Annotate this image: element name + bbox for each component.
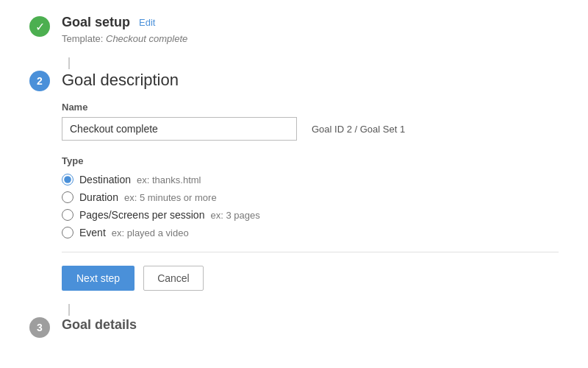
radio-item-pages: Pages/Screens per session ex: 3 pages (62, 209, 559, 221)
radio-item-event: Event ex: played a video (62, 227, 559, 238)
name-row: Goal ID 2 / Goal Set 1 (62, 117, 559, 141)
step2-number-badge: 2 (29, 71, 50, 91)
radio-item-destination: Destination ex: thanks.html (62, 174, 559, 185)
step1-title: Goal setup (62, 15, 130, 30)
edit-link[interactable]: Edit (139, 17, 155, 28)
radio-duration-label[interactable]: Duration (79, 191, 118, 203)
radio-destination[interactable] (62, 174, 74, 185)
name-label: Name (62, 102, 559, 113)
step3-row: 3 Goal details (29, 316, 559, 338)
step1-content: Goal setup Edit Template: Checkout compl… (62, 15, 559, 44)
page-container: ✓ Goal setup Edit Template: Checkout com… (0, 0, 588, 368)
divider (62, 252, 559, 252)
radio-event-label[interactable]: Event (79, 227, 106, 238)
step1-indicator: ✓ (29, 16, 50, 37)
step3-title: Goal details (62, 317, 559, 333)
step3-indicator: 3 (29, 317, 50, 338)
step1-subtitle: Template: Checkout complete (62, 33, 559, 44)
radio-pages[interactable] (62, 209, 74, 221)
radio-destination-label[interactable]: Destination (79, 174, 131, 185)
step2-body: Name Goal ID 2 / Goal Set 1 Type Destina… (62, 102, 559, 291)
name-input[interactable] (62, 117, 297, 141)
step2-title: Goal description (62, 71, 559, 90)
step2-indicator: 2 (29, 71, 50, 91)
step1-header: Goal setup Edit (62, 15, 559, 30)
radio-item-duration: Duration ex: 5 minutes or more (62, 191, 559, 203)
step1-check-icon: ✓ (29, 16, 50, 37)
connector-line-1 (68, 57, 70, 69)
radio-pages-label[interactable]: Pages/Screens per session (79, 209, 204, 221)
step2-content: Goal description Name Goal ID 2 / Goal S… (62, 69, 559, 291)
radio-group: Destination ex: thanks.html Duration ex:… (62, 174, 559, 238)
step3-content: Goal details (62, 316, 559, 333)
radio-duration[interactable] (62, 191, 74, 203)
type-label: Type (62, 155, 559, 166)
step3-number-badge: 3 (29, 317, 50, 338)
next-step-button[interactable]: Next step (62, 266, 135, 291)
step2-row: 2 Goal description Name Goal ID 2 / Goal… (29, 69, 559, 291)
connector-line-2 (68, 304, 70, 316)
button-row: Next step Cancel (62, 266, 559, 291)
step1-row: ✓ Goal setup Edit Template: Checkout com… (29, 15, 559, 44)
goal-id-label: Goal ID 2 / Goal Set 1 (312, 124, 405, 135)
radio-event[interactable] (62, 227, 74, 238)
cancel-button[interactable]: Cancel (143, 266, 204, 291)
